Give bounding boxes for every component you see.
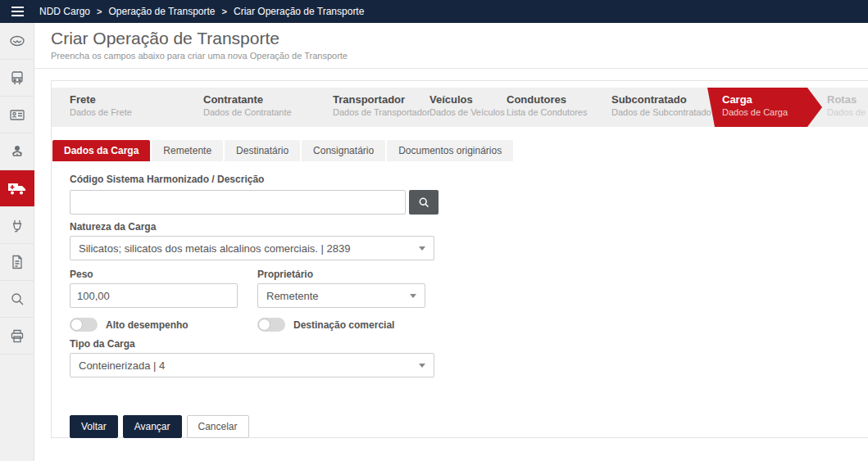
handshake-icon: [9, 34, 25, 47]
proprietario-value: Remetente: [266, 290, 319, 302]
main-content: Criar Operação de Transporte Preencha os…: [34, 23, 868, 461]
search-icon: [10, 292, 25, 306]
sidebar-item-print[interactable]: [0, 318, 34, 355]
plug-icon: [10, 218, 25, 233]
natureza-carga-label: Natureza da Carga: [70, 221, 868, 233]
search-icon: [418, 197, 429, 208]
voltar-button[interactable]: Voltar: [70, 415, 118, 438]
natureza-carga-select[interactable]: Silicatos; silicatos dos metais alcalino…: [70, 236, 434, 260]
toggle-off-icon: [70, 318, 98, 332]
peso-label: Peso: [70, 269, 238, 280]
tipo-carga-label: Tipo da Carga: [70, 338, 868, 350]
sidebar-item-partners[interactable]: [0, 23, 34, 60]
form-card: Frete Dados de Frete Contratante Dados d…: [51, 80, 868, 438]
destinacao-comercial-toggle[interactable]: Destinação comercial: [257, 318, 445, 332]
sidebar-item-vehicle-front[interactable]: [0, 60, 34, 97]
alto-desempenho-label: Alto desempenho: [106, 319, 189, 331]
breadcrumb-app[interactable]: NDD Cargo: [39, 6, 90, 17]
proprietario-select[interactable]: Remetente: [257, 283, 425, 308]
tab-destinatario[interactable]: Destinatário: [225, 140, 300, 161]
tab-documentos-originarios[interactable]: Documentos originários: [387, 140, 513, 161]
chevron-down-icon: [419, 364, 425, 368]
wizard-steps: Frete Dados de Frete Contratante Dados d…: [52, 88, 868, 127]
page-title: Criar Operação de Transporte: [51, 29, 868, 48]
sidebar-item-id-card[interactable]: [0, 97, 34, 133]
chevron-down-icon: [410, 294, 416, 298]
sidebar-item-search[interactable]: [0, 281, 34, 318]
top-navbar: NDD Cargo > Operação de Transporte > Cri…: [0, 0, 868, 23]
wizard-step-veiculos[interactable]: Veículos Dados de Veículos: [429, 88, 505, 127]
tipo-carga-select[interactable]: Conteinerizada | 4: [70, 353, 434, 377]
wizard-step-contratante[interactable]: Contratante Dados de Contratante: [203, 88, 292, 127]
id-card-icon: [9, 108, 25, 121]
hamburger-menu-icon[interactable]: [0, 0, 34, 23]
wizard-step-frete[interactable]: Frete Dados de Frete: [70, 88, 132, 127]
toggle-off-icon: [257, 318, 285, 332]
hs-code-input[interactable]: [70, 190, 406, 215]
wizard-step-carga[interactable]: Carga Dados de Carga: [707, 88, 822, 127]
tab-remetente[interactable]: Remetente: [152, 140, 223, 161]
document-icon: [11, 255, 24, 269]
avancar-button[interactable]: Avançar: [123, 415, 182, 438]
carga-tabs: Dados da Carga Remetente Destinatário Co…: [52, 140, 868, 161]
sidebar-item-cargo-operation[interactable]: [0, 170, 34, 207]
sidebar-item-documents[interactable]: [0, 244, 34, 281]
peso-input[interactable]: [70, 283, 238, 308]
icon-sidebar: [0, 23, 34, 461]
proprietario-label: Proprietário: [257, 269, 425, 280]
breadcrumb-section[interactable]: Operação de Transporte: [108, 6, 215, 17]
wizard-step-condutores[interactable]: Condutores Lista de Condutores: [507, 88, 587, 127]
hs-search-button[interactable]: [409, 190, 439, 215]
sidebar-item-driver[interactable]: [0, 133, 34, 170]
hs-code-label: Código Sistema Harmonizado / Descrição: [70, 174, 868, 185]
cargo-truck-icon: [7, 182, 27, 196]
wizard-step-subcontratado[interactable]: Subcontratado Dados de Subcontratado: [611, 88, 711, 127]
chevron-down-icon: [419, 246, 425, 251]
wizard-step-transportador[interactable]: Transportador Dados de Transportador: [333, 88, 430, 127]
tab-dados-da-carga[interactable]: Dados da Carga: [52, 140, 150, 161]
destinacao-comercial-label: Destinação comercial: [293, 319, 394, 331]
carga-form: Código Sistema Harmonizado / Descrição N…: [52, 174, 868, 438]
page-subtitle: Preencha os campos abaixo para criar uma…: [51, 51, 868, 61]
driver-icon: [10, 144, 25, 159]
wizard-step-rotas[interactable]: Rotas Dados de Rotas: [827, 88, 868, 127]
tab-consignatario[interactable]: Consignatário: [302, 140, 385, 161]
printer-icon: [10, 329, 25, 343]
natureza-carga-value: Silicatos; silicatos dos metais alcalino…: [79, 242, 350, 255]
alto-desempenho-toggle[interactable]: Alto desempenho: [70, 318, 257, 332]
form-actions: Voltar Avançar Cancelar: [70, 415, 868, 438]
cancelar-button[interactable]: Cancelar: [187, 415, 249, 438]
breadcrumb-chevron-icon: >: [97, 7, 102, 16]
tipo-carga-value: Conteinerizada | 4: [79, 359, 165, 372]
sidebar-item-integrations[interactable]: [0, 207, 34, 244]
breadcrumb-current: Criar Operação de Transporte: [234, 6, 364, 17]
breadcrumb-chevron-icon: >: [222, 7, 227, 16]
breadcrumb: NDD Cargo > Operação de Transporte > Cri…: [39, 6, 364, 17]
page-header: Criar Operação de Transporte Preencha os…: [34, 23, 868, 69]
truck-front-icon: [10, 70, 25, 85]
